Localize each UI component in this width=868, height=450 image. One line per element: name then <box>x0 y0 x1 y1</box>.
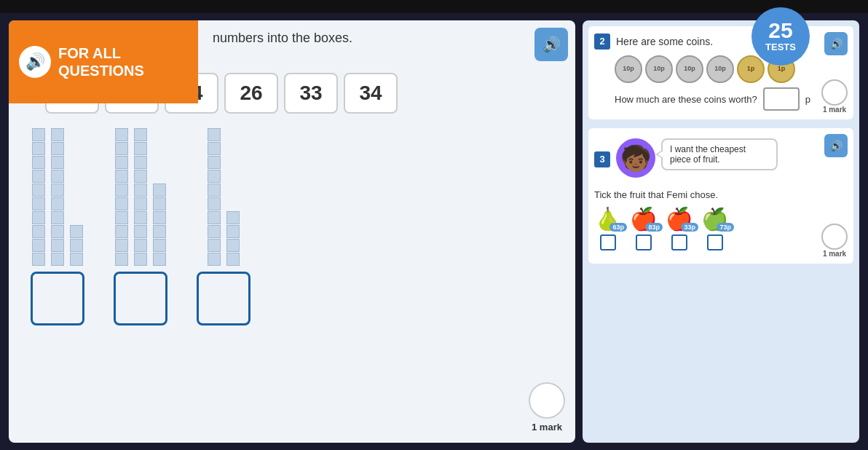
q2-audio-icon: 🔊 <box>830 38 843 50</box>
unit-col-1 <box>70 225 83 266</box>
q3-mark-circle <box>821 224 848 250</box>
speech-text: I want the cheapest piece of fruit. <box>670 144 746 165</box>
for-all-questions-banner[interactable]: 🔊 FOR ALL QUESTIONS <box>9 20 198 103</box>
question-3-block: 3 🧒🏾 I want the cheapest piece of fruit.… <box>588 128 853 264</box>
question-2-block: 2 Here are some coins. 🔊 10p 10p 10p 10p… <box>588 26 853 119</box>
tests-label: TESTS <box>765 42 796 53</box>
blocks-area <box>31 128 532 325</box>
ten-block-2a <box>115 128 128 266</box>
q3-tick-text: Tick the fruit that Femi chose. <box>594 189 846 200</box>
speaker-icon-orange[interactable]: 🔊 <box>19 46 51 78</box>
mark-area: 1 mark <box>529 382 565 433</box>
fruit-apple-red-wrap: 🍎 83p <box>630 206 657 232</box>
ten-block-3a <box>208 128 221 266</box>
tests-number: 25 <box>768 20 792 42</box>
fruit-item-3: 🍏 73p <box>701 206 728 250</box>
right-panel: 2 Here are some coins. 🔊 10p 10p 10p 10p… <box>583 20 859 443</box>
coin-10p-1: 10p <box>615 55 642 83</box>
character-avatar: 🧒🏾 <box>616 138 655 178</box>
answer-box-3[interactable] <box>197 272 250 325</box>
tests-badge: 25 TESTS <box>751 7 810 66</box>
fruit-item-0: 🍐 63p <box>594 206 621 250</box>
fruit-green-apple-price: 73p <box>717 223 734 232</box>
speaker-blue-icon: 🔊 <box>542 36 561 53</box>
speaker-unicode-icon: 🔊 <box>25 52 45 71</box>
q2-mark-circle <box>821 79 848 106</box>
coin-10p-4: 10p <box>706 55 734 83</box>
q3-header: 3 🧒🏾 I want the cheapest piece of fruit. <box>594 135 846 183</box>
q3-audio-icon: 🔊 <box>830 140 843 151</box>
fruit-green-apple-checkbox[interactable] <box>707 234 723 250</box>
coin-10p-3: 10p <box>676 55 703 83</box>
block-group-3 <box>197 128 250 325</box>
q2-answer-row: How much are these coins worth? p <box>615 87 846 111</box>
fruit-apple2-checkbox[interactable] <box>671 234 687 250</box>
q3-mark-label: 1 mark <box>823 250 846 258</box>
coin-1p-1: 1p <box>737 55 765 83</box>
fruit-pear-wrap: 🍐 63p <box>594 206 621 232</box>
ten-block-1b <box>51 128 64 266</box>
character-speech: 🧒🏾 I want the cheapest piece of fruit. <box>616 138 778 178</box>
fruit-item-1: 🍎 83p <box>630 206 657 250</box>
q2-answer-input[interactable] <box>763 87 800 111</box>
block-group-1 <box>31 128 84 325</box>
fruits-row: 🍐 63p 🍎 83p 🍎 33p <box>594 206 846 250</box>
number-tile-4[interactable]: 33 <box>284 73 338 114</box>
unit-col-3 <box>226 211 240 266</box>
fruit-apple-red-checkbox[interactable] <box>636 234 652 250</box>
unit-col-2 <box>153 183 166 266</box>
ten-block-1a <box>32 128 45 266</box>
q2-audio-button[interactable]: 🔊 <box>824 32 848 55</box>
number-tile-5[interactable]: 34 <box>344 73 398 114</box>
fruit-pear-price: 63p <box>609 223 627 232</box>
answer-box-1[interactable] <box>31 272 84 325</box>
q3-mark-area: 1 mark <box>821 224 848 258</box>
coins-row: 10p 10p 10p 10p 1p 1p <box>615 55 846 83</box>
question-instruction: numbers into the boxes. <box>213 31 524 46</box>
fruit-item-2: 🍎 33p <box>666 206 693 250</box>
mark-label: 1 mark <box>532 422 562 433</box>
q2-unit: p <box>805 94 810 105</box>
q3-audio-button[interactable]: 🔊 <box>824 134 848 157</box>
speech-bubble: I want the cheapest piece of fruit. <box>661 138 778 170</box>
fruit-green-apple-wrap: 🍏 73p <box>701 206 728 232</box>
left-panel: 🔊 FOR ALL QUESTIONS numbers into the box… <box>9 20 575 443</box>
ten-block-2b <box>134 128 147 266</box>
answer-box-2[interactable] <box>114 272 167 325</box>
for-all-questions-text: FOR ALL QUESTIONS <box>58 44 185 79</box>
fruit-apple2-price: 33p <box>681 223 698 232</box>
coin-10p-2: 10p <box>645 55 673 83</box>
mark-circle <box>529 382 565 419</box>
q2-number: 2 <box>594 33 610 50</box>
q2-mark-label: 1 mark <box>823 106 846 114</box>
speaker-button-blue[interactable]: 🔊 <box>534 28 568 61</box>
fruit-apple-red-price: 83p <box>645 223 663 232</box>
q3-number: 3 <box>594 151 610 167</box>
fruit-apple2-wrap: 🍎 33p <box>666 206 693 232</box>
fruit-pear-checkbox[interactable] <box>600 234 616 250</box>
q2-question-text: How much are these coins worth? <box>615 94 757 105</box>
block-group-2 <box>114 128 167 325</box>
q2-mark-area: 1 mark <box>821 79 848 114</box>
number-tile-3[interactable]: 26 <box>224 73 278 114</box>
q2-title: Here are some coins. <box>616 36 713 47</box>
